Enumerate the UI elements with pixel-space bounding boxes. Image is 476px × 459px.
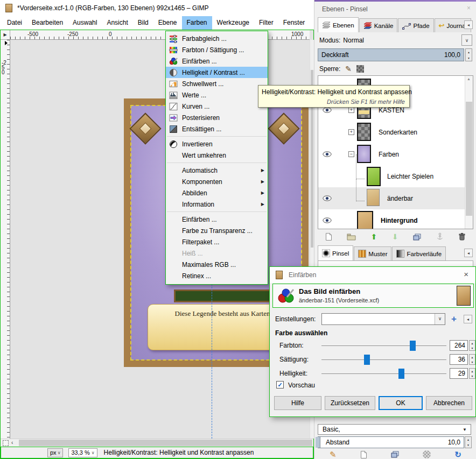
tab-ebenen[interactable]: Ebenen	[318, 17, 359, 32]
expander-minus-icon[interactable]: −	[348, 151, 354, 157]
menu-bild[interactable]: Bild	[133, 16, 153, 30]
layers-scroll-thumb[interactable]	[466, 102, 472, 216]
menu-item-abbilden[interactable]: Abbilden ▶	[166, 187, 268, 199]
spacing-spinner[interactable]: ▲▼	[465, 436, 472, 448]
spin-down-icon[interactable]: ▼	[471, 347, 474, 350]
saturation-slider[interactable]	[321, 354, 446, 366]
expander-plus-icon[interactable]: +	[348, 107, 354, 113]
delete-layer-icon[interactable]	[458, 232, 466, 241]
refresh-brushes-icon[interactable]: ↻	[454, 450, 461, 458]
menu-farben[interactable]: Farben	[182, 16, 212, 30]
spin-down-icon[interactable]: ▼	[471, 375, 474, 378]
menu-item-retinex[interactable]: Retinex ...	[166, 270, 268, 281]
add-preset-icon[interactable]: +	[451, 314, 457, 323]
layer-row-leichter-spielen[interactable]: Leichter Spielen	[318, 165, 465, 187]
lower-layer-icon[interactable]: ⬇	[392, 233, 398, 241]
menu-datei[interactable]: Datei	[2, 16, 27, 30]
layers-scrollbar[interactable]: ▲	[465, 76, 473, 229]
tab-pinsel[interactable]: Pinsel	[318, 245, 353, 260]
menu-item-farbton-saettigung[interactable]: Farbton / Sättigung ...	[166, 44, 268, 55]
menu-item-automatisch[interactable]: Automatisch ▶	[166, 165, 268, 176]
layer-row-aenderbar[interactable]: änderbar	[318, 187, 465, 209]
spin-down-icon[interactable]: ▼	[467, 443, 470, 447]
dock-close-icon[interactable]: ×	[467, 4, 471, 12]
raise-layer-icon[interactable]: ⬆	[371, 233, 377, 241]
menu-item-information[interactable]: Information ▶	[166, 199, 268, 210]
layer-thumbnail[interactable]	[357, 145, 371, 163]
edit-brush-icon[interactable]: ✎	[330, 450, 337, 458]
layer-name[interactable]: Hintergrund	[381, 217, 418, 224]
hue-slider[interactable]	[321, 340, 446, 352]
reset-button[interactable]: Zurücksetzen	[325, 396, 375, 410]
menu-item-kurven[interactable]: Kurven ...	[166, 101, 268, 112]
lightness-spinner[interactable]: ▲▼	[469, 368, 475, 379]
layer-row-sonderkarten[interactable]: + Sonderkarten	[318, 121, 465, 143]
new-group-icon[interactable]	[347, 234, 356, 241]
menu-item-farbabgleich[interactable]: Farbabgleich ...	[166, 33, 268, 44]
saturation-spinner[interactable]: ▲▼	[469, 354, 475, 365]
spin-up-icon[interactable]: ▲	[471, 370, 474, 373]
layer-thumbnail[interactable]	[367, 167, 381, 186]
menu-ebene[interactable]: Ebene	[153, 16, 182, 30]
anchor-layer-icon[interactable]	[436, 232, 444, 241]
menu-item-helligkeit-kontrast[interactable]: Helligkeit / Kontrast ...	[166, 67, 268, 78]
zoom-select[interactable]: 33,3 %∨	[68, 448, 97, 457]
menu-item-invertieren[interactable]: Invertieren	[166, 138, 268, 150]
layer-name[interactable]: Farben	[379, 151, 399, 158]
preview-checkbox[interactable]: ✓	[276, 381, 284, 389]
layer-row-farben[interactable]: − Farben	[318, 143, 465, 165]
layer-name[interactable]: änderbar	[387, 195, 413, 202]
chevron-down-icon[interactable]: ∨	[435, 314, 445, 324]
visibility-eye-icon[interactable]	[323, 195, 332, 203]
lock-paint-icon[interactable]: ✎	[345, 65, 352, 73]
menu-item-entsaettigen[interactable]: Entsättigen ...	[166, 123, 268, 135]
tab-muster[interactable]: Muster	[354, 246, 391, 260]
spacing-slider[interactable]: Abstand 10,0	[318, 436, 464, 448]
visibility-eye-icon[interactable]	[323, 151, 332, 159]
opacity-spinner[interactable]: ▲▼	[465, 48, 472, 61]
menu-item-farbe-zu-transparenz[interactable]: Farbe zu Transparenz ...	[166, 225, 268, 236]
tab-kanaele[interactable]: Kanäle	[359, 18, 398, 32]
hue-slider-handle[interactable]	[410, 341, 416, 351]
brush-dock-collapse-button[interactable]: ◂	[464, 249, 473, 257]
lightness-slider[interactable]	[321, 368, 446, 380]
spin-up-icon[interactable]: ▲	[471, 342, 474, 345]
settings-combo[interactable]: ∨	[321, 313, 445, 325]
title-bar[interactable]: *Vorderseite.xcf-1.0 (RGB-Farben, 130 Eb…	[0, 0, 314, 16]
duplicate-layer-icon[interactable]	[413, 234, 421, 241]
canvas-horizontal-scrollbar[interactable]	[19, 440, 312, 446]
ok-button[interactable]: OK	[379, 396, 423, 410]
layer-name[interactable]: Leichter Spielen	[387, 173, 433, 180]
lock-alpha-icon[interactable]	[356, 65, 364, 73]
help-button[interactable]: Hilfe	[274, 396, 321, 410]
layer-name[interactable]: KASTEN	[379, 107, 404, 114]
scroll-left-arrow-icon[interactable]: ‹	[11, 440, 13, 446]
expander-plus-icon[interactable]: +	[348, 129, 354, 135]
menu-item-posterisieren[interactable]: Posterisieren	[166, 112, 268, 123]
menu-item-werte[interactable]: Werte ...	[166, 89, 268, 101]
brush-name-row[interactable]: Basic, ▼	[318, 424, 471, 435]
cancel-button[interactable]: Abbrechen	[426, 396, 472, 410]
spacing-slider-handle[interactable]	[316, 437, 320, 448]
lightness-value[interactable]: 29	[450, 368, 468, 379]
saturation-value[interactable]: 36	[450, 354, 468, 365]
spin-up-icon[interactable]: ▲	[467, 51, 470, 54]
quickmask-toggle-icon[interactable]	[3, 440, 9, 446]
menu-item-komponenten[interactable]: Komponenten ▶	[166, 176, 268, 187]
menu-auswahl[interactable]: Auswahl	[68, 16, 102, 30]
unit-select[interactable]: px∨	[47, 448, 63, 457]
scroll-up-icon[interactable]: ▲	[467, 77, 471, 81]
dock-collapse-button[interactable]: ◂	[464, 20, 473, 29]
menu-bearbeiten[interactable]: Bearbeiten	[27, 16, 68, 30]
menu-ansicht[interactable]: Ansicht	[102, 16, 132, 30]
spin-up-icon[interactable]: ▲	[467, 438, 470, 441]
new-layer-icon[interactable]	[325, 232, 332, 241]
menu-werkzeuge[interactable]: Werkzeuge	[212, 16, 254, 30]
hue-spinner[interactable]: ▲▼	[469, 340, 475, 351]
spin-down-icon[interactable]: ▼	[471, 361, 474, 364]
menu-fenster[interactable]: Fenster	[278, 16, 310, 30]
menu-item-filterpaket[interactable]: Filterpaket ...	[166, 236, 268, 248]
menu-filter[interactable]: Filter	[254, 16, 278, 30]
delete-brush-icon[interactable]	[423, 450, 431, 458]
dialog-title-bar[interactable]: Einfärben ×	[270, 267, 475, 283]
